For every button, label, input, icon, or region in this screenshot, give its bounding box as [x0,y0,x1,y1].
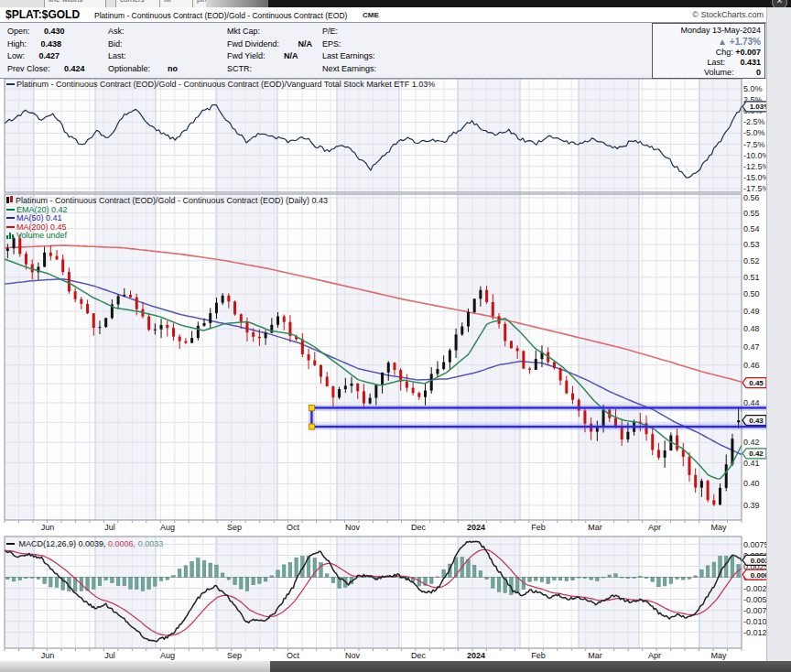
toolbar-button-fill[interactable]: fill [159,0,196,7]
y-axis-label: 0.51 [743,273,760,282]
last-trade-box: Monday 13-May-2024 ▲ +1.73% Chg: +0.007 … [652,23,765,79]
quote-col-bidask: Ask:Bid:Last:Optionable:no [108,26,178,75]
ema-swatch-icon [6,209,15,211]
toolbar-button-corners[interactable]: corners [115,0,163,7]
quote-value: N/A [265,50,298,63]
y-axis-label: 0.54 [743,224,760,233]
toolbar-button-line-widths[interactable]: line widths [44,0,106,7]
x-axis-label: Jun [41,651,55,660]
chart-sheet: $PLAT:$GOLD Platinum - Continuous Contra… [0,7,766,661]
y-axis-label: 0.52 [743,256,760,266]
x-axis-label: Mar [588,523,602,532]
quote-label: Fwd Yield: [227,51,265,60]
y-axis-label: -0.0025 [743,584,766,593]
horizontal-scrollbar[interactable] [0,661,791,672]
exchange-label: CME [363,11,379,19]
quote-label: Last: [108,51,126,60]
quote-value: 0.430 [30,26,65,38]
x-axis-label: Jun [41,523,55,532]
x-axis-label: Nov [345,651,361,660]
symbol-description: Platinum - Continuous Contract (EOD)/Gol… [94,11,347,20]
y-axis-label: -0.0050 [743,595,766,604]
y-axis-label: 0.42 [743,438,760,447]
x-axis-label: Feb [531,523,546,532]
y-axis-label: 0.48 [743,324,760,333]
x-axis-label: 2024 [467,523,485,532]
y-axis-label: -7.5% [743,140,765,149]
y-axis-label: 0.50 [743,289,760,298]
y-axis-label: 0.53 [743,240,760,249]
x-axis-label: Apr [648,651,661,660]
quote-label: SCTR: [227,64,252,73]
quote-label: Optionable: [108,64,150,73]
price-callout: 0.45 [742,378,766,388]
last-row: Last: 0.431 [707,58,761,67]
quote-label: Low: [7,51,25,60]
x-axis-label: Jul [104,523,115,532]
macd-swatch-icon [6,543,15,545]
chart-canvas: 5.0%2.5%0.0%-2.5%-5.0%-7.5%-10.0%-12.5%-… [0,79,766,661]
y-axis-label: -17.5% [743,184,766,193]
y-axis-label: 0.55 [743,209,760,218]
close-button[interactable]: ✕ [772,0,787,7]
quote-label: Bid: [108,39,123,49]
quote-value: 0.424 [50,63,85,76]
app-window: line widthscornersfillpin ✕ $PLAT:$GOLD … [0,0,791,672]
ma200-swatch-icon [6,226,15,228]
x-axis-label: May [710,651,727,660]
annotation-handle[interactable] [309,405,314,410]
ma50-swatch-icon [6,217,15,219]
y-axis-label: 0.47 [743,342,760,352]
y-axis-label: 0.39 [743,501,760,510]
chart-header: $PLAT:$GOLD Platinum - Continuous Contra… [0,7,766,22]
toolbar-gradient [206,0,268,7]
x-axis-label: Nov [345,523,361,532]
x-axis-label: Aug [160,651,175,660]
y-axis-label: 0.40 [743,479,760,488]
toolbar-black-strip [268,0,791,7]
quote-label: Last Earnings: [322,51,375,60]
quote-col-fundamental: Mkt Cap:Fwd Dividend:N/AFwd Yield:N/ASCT… [227,26,312,75]
y-axis-label: 0.0075 [743,540,766,549]
up-arrow-icon: ▲ [718,37,727,47]
quote-label: Next Earnings: [322,64,376,73]
scrollbar-thumb[interactable] [270,661,791,672]
quote-label: High: [7,39,27,49]
x-axis-label: Mar [588,651,602,660]
chart-svg: 5.0%2.5%0.0%-2.5%-5.0%-7.5%-10.0%-12.5%-… [0,79,766,661]
x-axis-label: 2024 [467,651,485,660]
x-axis-label: Sep [227,523,242,532]
y-axis-label: -0.0100 [743,617,766,626]
svg-text:0.42: 0.42 [749,450,764,458]
y-axis-label: 0.56 [743,193,760,202]
change-percent: ▲ +1.73% [718,37,761,47]
volume-row: Volume: 0 [704,68,761,77]
annotation-handle[interactable] [309,424,314,429]
x-axis-label: Oct [287,523,300,532]
perf-panel-legend: Platinum - Continuous Contract (EOD)/Gol… [6,81,435,90]
y-axis-label: -2.5% [743,117,765,126]
quote-label: P/E: [322,27,338,36]
y-axis-label: 0.46 [743,361,760,370]
x-axis-label: Oct [287,651,300,660]
quote-label: Fwd Dividend: [227,39,279,49]
quote-value: 0.427 [25,50,60,63]
quote-col-earnings: P/E:EPS:Last Earnings:Next Earnings: [322,26,376,75]
price-panel-legend: Platinum - Continuous Contract (EOD)/Gol… [6,196,328,241]
y-axis-label: -0.0075 [743,606,766,615]
quote-label: Prev Close: [7,64,50,73]
y-axis-label: -15.0% [743,173,766,182]
price-callout: 0.0039 [742,555,766,565]
y-axis-label: 5.0% [743,84,763,93]
y-axis-label: 0.41 [743,459,760,468]
x-axis-label: May [710,523,727,532]
trade-date: Monday 13-May-2024 [680,26,761,35]
right-gutter [766,7,791,661]
line-swatch-icon [6,83,15,85]
price-callout: 1.03% [742,102,766,112]
y-axis-label: -5.0% [743,128,765,137]
price-callout: 0.42 [742,449,766,459]
x-axis-label: Dec [411,651,427,660]
y-axis-label: -10.0% [743,151,766,160]
copyright: © StockCharts.com [692,10,764,19]
